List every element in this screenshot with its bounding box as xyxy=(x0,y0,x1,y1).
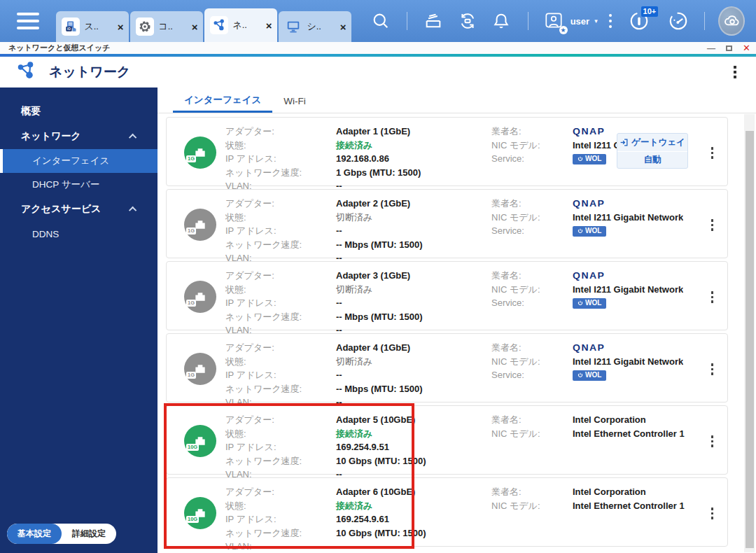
sidebar-item-dhcp-server[interactable]: DHCP サーバー xyxy=(0,173,158,197)
tab-close-icon[interactable]: × xyxy=(340,21,346,33)
wol-badge: WOL xyxy=(573,226,606,237)
sidebar-item-overview[interactable]: 概要 xyxy=(0,99,158,124)
settings-mode-toggle: 基本設定 詳細設定 xyxy=(7,524,116,544)
adapter-card-1: 1G アダプター:Adapter 1 (1GbE) 状態:接続済み IP アドレ… xyxy=(166,117,728,186)
adapter-name: Adapter 6 (10GbE) xyxy=(336,485,491,499)
adapter-menu-button[interactable] xyxy=(711,507,714,519)
field-label: ネットワーク速度: xyxy=(225,310,329,324)
link-speed-badge: 10G xyxy=(186,516,199,523)
field-label: ネットワーク速度: xyxy=(225,166,329,180)
vertical-scrollbar[interactable] xyxy=(744,114,755,552)
gateway-button[interactable]: ゲートウェイ 自動 xyxy=(617,133,688,169)
adapter-status: 切断済み xyxy=(336,211,491,225)
taskbar-divider xyxy=(704,12,705,30)
field-label: 業者名: xyxy=(491,413,567,427)
adapter-speed: -- Mbps (MTU: 1500) xyxy=(336,238,491,252)
adapter-menu-button[interactable] xyxy=(711,219,714,231)
user-caret-icon: ▾ xyxy=(594,18,598,24)
adapter-disconnected-icon: 1G xyxy=(184,281,216,313)
sidebar-label: DDNS xyxy=(32,229,59,239)
tab-label: コ.. xyxy=(158,20,187,33)
link-speed-badge: 1G xyxy=(186,372,196,379)
adapter-card-5: 10G アダプター:Adapter 5 (10GbE) 状態:接続済み IP ア… xyxy=(166,405,728,475)
chevron-up-icon xyxy=(129,206,136,214)
vendor-logo: QNAP xyxy=(573,342,683,354)
adapter-status: 接続済み xyxy=(336,427,491,441)
search-button[interactable] xyxy=(370,9,391,33)
basic-settings-button[interactable]: 基本設定 xyxy=(7,524,62,544)
system-monitor-icon xyxy=(284,18,302,36)
scrollbar-thumb[interactable] xyxy=(746,131,754,548)
field-label: 状態: xyxy=(225,283,329,297)
vendor-name: Intel Corporation xyxy=(573,485,685,499)
tab-close-icon[interactable]: × xyxy=(118,21,124,33)
nic-model: Intel I211 Gigabit Network xyxy=(573,283,683,297)
field-label: 業者名: xyxy=(491,485,567,499)
myqnapcloud-button[interactable] xyxy=(718,6,745,36)
adapter-speed: 10 Gbps (MTU: 1500) xyxy=(336,526,491,540)
content-area: インターフェイス Wi-Fi 1G アダプター:Adapter 1 (1GbE)… xyxy=(158,88,756,553)
taskbar-divider xyxy=(528,12,528,30)
tab-label: ス.. xyxy=(84,20,113,33)
adapter-menu-button[interactable] xyxy=(711,435,714,447)
open-app-tabs: IO ス.. × コ.. × ネ.. × xyxy=(56,0,351,42)
resource-monitor-button[interactable]: 10+ xyxy=(629,9,650,33)
adapter-ip: 192.168.0.86 xyxy=(336,152,491,166)
dashboard-gauge-button[interactable] xyxy=(667,9,689,33)
window-close-button[interactable]: ✕ xyxy=(743,43,750,52)
tab-system[interactable]: シ.. × xyxy=(279,11,351,42)
adapter-ip: 169.254.9.51 xyxy=(336,440,491,454)
notifications-bell-button[interactable] xyxy=(491,9,512,33)
tab-wifi[interactable]: Wi-Fi xyxy=(272,90,316,113)
tab-control-panel[interactable]: コ.. × xyxy=(130,11,203,42)
advanced-settings-button[interactable]: 詳細設定 xyxy=(62,524,116,544)
sidebar-item-access-services[interactable]: アクセスサービス xyxy=(0,197,158,222)
field-label: Service: xyxy=(491,296,567,310)
taskbar-more-button[interactable] xyxy=(609,14,612,28)
window-minimize-button[interactable]: — xyxy=(707,44,715,52)
adapter-name: Adapter 1 (1GbE) xyxy=(336,125,491,139)
adapter-list: 1G アダプター:Adapter 1 (1GbE) 状態:接続済み IP アドレ… xyxy=(158,113,756,553)
tab-network-virtual-switch[interactable]: ネ.. × xyxy=(204,8,277,42)
field-label: 業者名: xyxy=(491,341,567,355)
resource-count-badge: 10+ xyxy=(641,6,659,17)
qts-desktop: IO ス.. × コ.. × ネ.. × xyxy=(0,0,756,553)
avatar-star-badge: ★ xyxy=(559,26,568,34)
user-menu[interactable]: ★ user ▾ xyxy=(542,9,598,33)
window-maximize-button[interactable] xyxy=(726,46,732,51)
background-tasks-button[interactable] xyxy=(423,9,444,33)
main-menu-button[interactable] xyxy=(17,13,39,29)
tab-close-icon[interactable]: × xyxy=(266,20,272,31)
tab-close-icon[interactable]: × xyxy=(192,21,198,33)
tab-interfaces[interactable]: インターフェイス xyxy=(173,88,272,113)
field-label: NIC モデル: xyxy=(491,139,567,153)
network-virtual-switch-icon xyxy=(210,16,228,34)
tab-storage-snapshots[interactable]: IO ス.. × xyxy=(56,11,129,42)
sidebar-item-interfaces[interactable]: インターフェイス xyxy=(0,149,158,173)
adapter-status: 切断済み xyxy=(336,355,491,369)
adapter-menu-button[interactable] xyxy=(711,363,714,375)
sidebar-item-network[interactable]: ネットワーク xyxy=(0,124,158,149)
field-label: NIC モデル: xyxy=(491,211,567,225)
adapter-menu-button[interactable] xyxy=(711,291,714,303)
username-label: user xyxy=(570,16,589,27)
adapter-disconnected-icon: 1G xyxy=(184,353,216,385)
gateway-label: ゲートウェイ xyxy=(631,136,685,148)
adapter-card-2: 1G アダプター:Adapter 2 (1GbE) 状態:切断済み IP アドレ… xyxy=(166,189,728,258)
field-label: Service: xyxy=(491,224,567,238)
field-label: NIC モデル: xyxy=(491,427,567,441)
sidebar: 概要 ネットワーク インターフェイス DHCP サーバー アクセスサービス DD… xyxy=(0,88,158,553)
storage-snapshots-icon: IO xyxy=(62,18,80,36)
vendor-logo: QNAP xyxy=(573,270,683,282)
app-header-menu-button[interactable] xyxy=(734,66,736,78)
field-label: VLAN: xyxy=(225,540,329,553)
adapter-card-4: 1G アダプター:Adapter 4 (1GbE) 状態:切断済み IP アドレ… xyxy=(166,333,728,402)
adapter-ip: 169.254.9.61 xyxy=(336,512,491,526)
adapter-menu-button[interactable] xyxy=(711,147,714,159)
firmware-update-button[interactable] xyxy=(457,9,479,33)
window-title: ネットワークと仮想スイッチ xyxy=(8,43,111,53)
sidebar-label: ネットワーク xyxy=(21,130,81,143)
adapter-disconnected-icon: 1G xyxy=(184,209,216,241)
sidebar-item-ddns[interactable]: DDNS xyxy=(0,222,158,246)
field-label: 状態: xyxy=(225,211,329,225)
